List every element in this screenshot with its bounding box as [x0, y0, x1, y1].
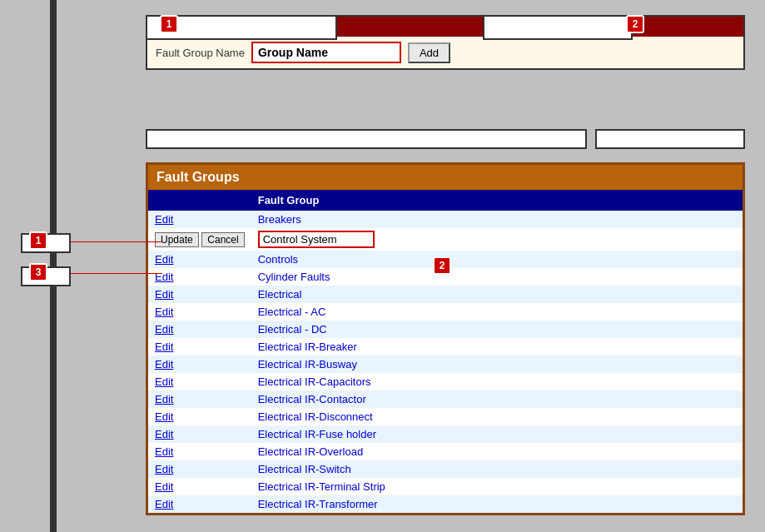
table-row: Edit Electrical IR-Fuse holder [148, 425, 743, 443]
name-cell: Electrical IR-Switch [251, 460, 743, 478]
edit-button[interactable]: Edit [155, 306, 173, 318]
name-cell [251, 228, 743, 251]
fault-group-name-input[interactable] [251, 42, 401, 63]
action-cell[interactable]: Edit [148, 251, 251, 268]
edit-button[interactable]: Edit [155, 358, 173, 370]
top-input-2[interactable] [483, 15, 633, 40]
action-cell[interactable]: Edit [148, 460, 251, 478]
fault-group-name-label: Fault Group Name [156, 47, 245, 59]
edit-button[interactable]: Edit [155, 463, 173, 475]
edit-button[interactable]: Edit [155, 375, 173, 388]
name-cell: Electrical - DC [251, 321, 743, 338]
marker-top-1: 1 [160, 15, 178, 33]
fault-groups-header: Fault Groups [148, 165, 743, 190]
table-row: Update Cancel [148, 228, 743, 251]
action-cell[interactable]: Edit [148, 390, 251, 408]
table-row: Edit Breakers [148, 211, 743, 228]
action-cell[interactable]: Edit [148, 478, 251, 495]
name-cell: Electrical IR-Overload [251, 443, 743, 460]
marker-side-1: 1 [29, 231, 47, 250]
table-row: Edit Electrical IR-Breaker [148, 338, 743, 355]
table-row: Edit Electrical IR-Capacitors [148, 373, 743, 390]
action-cell[interactable]: Edit [148, 373, 251, 390]
table-row: Edit Electrical - DC [148, 321, 743, 338]
edit-button[interactable]: Edit [155, 393, 173, 405]
action-cell: Update Cancel [148, 228, 251, 251]
edit-button[interactable]: Edit [155, 480, 173, 493]
name-cell: Breakers [251, 211, 743, 228]
annotation-line-1 [71, 241, 162, 242]
action-cell[interactable]: Edit [148, 495, 251, 513]
mouse-icon-area: 2 [433, 256, 451, 275]
action-cell[interactable]: Edit [148, 321, 251, 338]
inline-edit-input[interactable] [258, 231, 375, 248]
action-cell[interactable]: Edit [148, 338, 251, 355]
marker-mouse-2: 2 [433, 256, 451, 275]
name-cell: Electrical IR-Capacitors [251, 373, 743, 390]
cancel-button[interactable]: Cancel [201, 232, 244, 247]
name-cell: Electrical IR-Busway [251, 355, 743, 373]
edit-button[interactable]: Edit [155, 410, 173, 423]
edit-button[interactable]: Edit [155, 253, 173, 266]
name-cell: Controls [251, 251, 743, 268]
action-cell[interactable]: Edit [148, 355, 251, 373]
edit-button[interactable]: Edit [155, 428, 173, 440]
edit-button[interactable]: Edit [155, 341, 173, 353]
action-cell[interactable]: Edit [148, 303, 251, 321]
marker-top-2: 2 [626, 15, 644, 33]
name-cell: Electrical IR-Fuse holder [251, 425, 743, 443]
table-row: Edit Electrical IR-Switch [148, 460, 743, 478]
table-header-row: Fault Group [148, 190, 743, 211]
action-cell[interactable]: Edit [148, 425, 251, 443]
edit-button[interactable]: Edit [155, 288, 173, 301]
table-row: Edit Electrical - AC [148, 303, 743, 321]
annotation-line-3 [71, 273, 162, 274]
name-cell: Electrical [251, 286, 743, 303]
name-cell: Electrical IR-Contactor [251, 390, 743, 408]
table-row: Edit Electrical IR-Contactor [148, 390, 743, 408]
name-cell: Electrical - AC [251, 303, 743, 321]
name-cell: Electrical IR-Transformer [251, 495, 743, 513]
add-panel-body: Fault Group Name Add [147, 37, 743, 68]
action-cell[interactable]: Edit [148, 408, 251, 425]
action-cell[interactable]: Edit [148, 286, 251, 303]
marker-side-3: 3 [29, 263, 47, 281]
action-cell[interactable]: Edit [148, 211, 251, 228]
table-row: Edit Electrical IR-Busway [148, 355, 743, 373]
add-button[interactable]: Add [408, 42, 450, 63]
table-row: Edit Electrical IR-Disconnect [148, 408, 743, 425]
table-row: Edit Electrical [148, 286, 743, 303]
table-row: Edit Electrical IR-Transformer [148, 495, 743, 513]
second-input-right[interactable] [595, 129, 745, 149]
table-row: Edit Electrical IR-Overload [148, 443, 743, 460]
action-cell[interactable]: Edit [148, 443, 251, 460]
update-button[interactable]: Update [155, 232, 199, 247]
fault-groups-table: Fault Group Edit Breakers Update Cancel … [148, 190, 743, 513]
name-cell: Electrical IR-Breaker [251, 338, 743, 355]
edit-button[interactable]: Edit [155, 445, 173, 458]
edit-button[interactable]: Edit [155, 323, 173, 336]
fault-groups-panel: Fault Groups Fault Group Edit Breakers U… [146, 162, 745, 515]
second-row-inputs [146, 129, 745, 149]
col2-header: Fault Group [251, 190, 743, 211]
name-cell: Electrical IR-Disconnect [251, 408, 743, 425]
second-input-left[interactable] [146, 129, 587, 149]
edit-button[interactable]: Edit [155, 498, 173, 510]
name-cell: Electrical IR-Terminal Strip [251, 478, 743, 495]
col1-header [148, 190, 251, 211]
action-cell[interactable]: Edit [148, 268, 251, 286]
edit-button[interactable]: Edit [155, 213, 173, 226]
name-cell: Cylinder Faults [251, 268, 743, 286]
table-row: Edit Electrical IR-Terminal Strip [148, 478, 743, 495]
